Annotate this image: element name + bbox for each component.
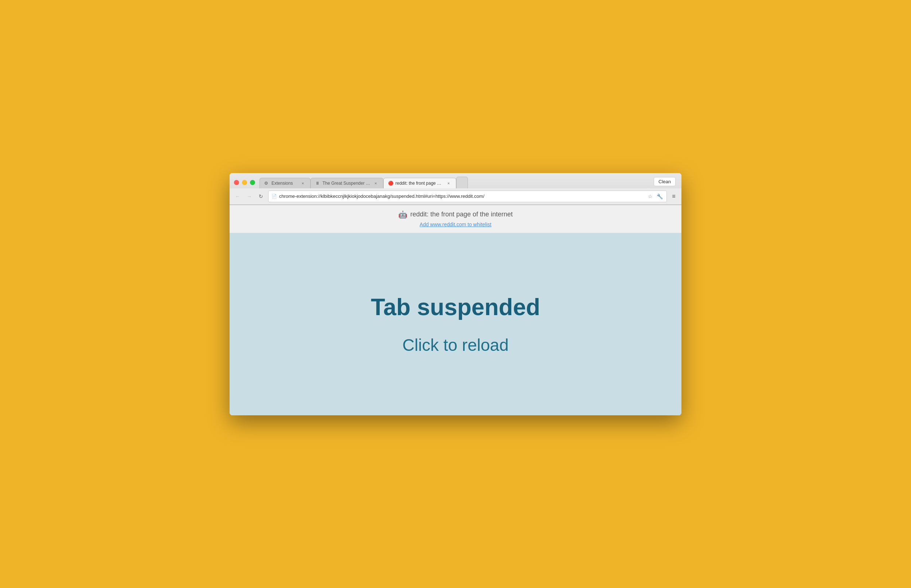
info-bar: 🤖 reddit: the front page of the internet… (229, 205, 682, 233)
suspended-title: Tab suspended (371, 294, 540, 321)
window-maximize-button[interactable] (250, 180, 255, 185)
whitelist-link[interactable]: Add www.reddit.com to whitelist (420, 221, 491, 227)
url-actions: ☆ 🔧 (646, 192, 664, 200)
url-page-icon: 📄 (271, 194, 277, 199)
puzzle-icon: 🔧 (657, 194, 663, 199)
great-suspender-tab-favicon: ⏸ (315, 181, 320, 186)
suspended-content[interactable]: Tab suspended Click to reload (229, 233, 682, 415)
tab-great-suspender[interactable]: ⏸ The Great Suspender - Ch… × (310, 178, 383, 188)
reload-button[interactable]: ↻ (257, 192, 265, 201)
url-text: chrome-extension://klbibkeccnjlkjkiokjod… (279, 194, 644, 199)
reddit-icon: 🤖 (398, 210, 407, 219)
back-icon: ← (235, 194, 240, 199)
star-icon: ☆ (648, 194, 653, 199)
extensions-tab-close[interactable]: × (300, 180, 306, 186)
reload-icon: ↻ (259, 194, 263, 199)
desktop: ⚙ Extensions × ⏸ The Great Suspender - C… (0, 0, 911, 588)
forward-icon: → (247, 194, 252, 199)
reddit-tab-label: reddit: the front page of th… (396, 181, 444, 186)
tab-reddit[interactable]: 🔴 reddit: the front page of th… × (383, 178, 456, 188)
tab-extensions[interactable]: ⚙ Extensions × (260, 178, 310, 188)
reddit-tab-favicon: 🔴 (388, 181, 393, 186)
clean-button[interactable]: Clean (654, 177, 675, 186)
bookmark-star-button[interactable]: ☆ (646, 192, 654, 200)
window-close-button[interactable] (234, 180, 239, 185)
url-bar[interactable]: 📄 chrome-extension://klbibkeccnjlkjkiokj… (268, 191, 667, 202)
click-to-reload-text: Click to reload (402, 335, 508, 355)
extensions-tab-favicon: ⚙ (264, 181, 269, 186)
tabs-area: ⚙ Extensions × ⏸ The Great Suspender - C… (260, 177, 654, 188)
browser-window: ⚙ Extensions × ⏸ The Great Suspender - C… (229, 173, 682, 415)
window-controls (234, 180, 255, 185)
hamburger-icon: ≡ (672, 193, 675, 200)
great-suspender-tab-label: The Great Suspender - Ch… (323, 181, 371, 186)
new-tab-ghost (456, 177, 468, 188)
address-bar: ← → ↻ 📄 chrome-extension://klbibkeccnjlk… (229, 188, 682, 205)
title-bar: ⚙ Extensions × ⏸ The Great Suspender - C… (229, 173, 682, 205)
great-suspender-tab-close[interactable]: × (373, 180, 379, 186)
forward-button[interactable]: → (245, 192, 254, 201)
page-title-text: reddit: the front page of the internet (410, 210, 513, 218)
back-button[interactable]: ← (233, 192, 242, 201)
reddit-tab-close[interactable]: × (446, 180, 452, 186)
extensions-tab-label: Extensions (271, 181, 298, 186)
menu-button[interactable]: ≡ (670, 192, 678, 200)
page-title: 🤖 reddit: the front page of the internet (237, 210, 674, 219)
window-minimize-button[interactable] (242, 180, 247, 185)
chrome-extension-button[interactable]: 🔧 (656, 192, 664, 200)
